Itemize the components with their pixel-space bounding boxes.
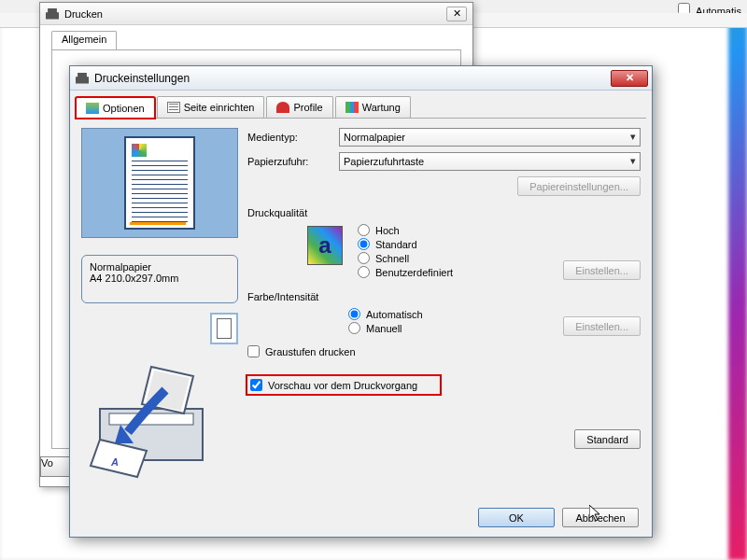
cancel-button[interactable]: Abbrechen (562, 508, 639, 527)
paper-settings-button: Papiereinstellungen... (517, 176, 641, 196)
page-preview (81, 128, 238, 238)
color-group-label: Farbe/Intensität (247, 291, 641, 302)
quality-settings-button: Einstellen... (563, 260, 641, 280)
paper-size-text: A4 210.0x297.0mm (90, 273, 230, 284)
paper-type-text: Normalpapier (90, 261, 230, 273)
paper-info-box: Normalpapier A4 210.0x297.0mm (81, 255, 238, 303)
dialog-title: Druckeinstellungen (94, 72, 190, 85)
svg-rect-1 (109, 413, 193, 425)
quality-group-label: Druckqualität (247, 207, 641, 218)
quality-custom-radio[interactable] (358, 266, 370, 278)
grayscale-label: Graustufen drucken (265, 346, 356, 357)
media-type-dropdown[interactable]: Normalpapier (339, 128, 641, 147)
quality-preview-icon: a (307, 226, 343, 265)
preview-checkbox[interactable] (250, 379, 262, 391)
grayscale-checkbox[interactable] (247, 345, 260, 357)
page-icon (167, 102, 180, 113)
media-type-label: Medientyp: (247, 132, 339, 143)
paper-source-label: Papierzufuhr: (247, 156, 339, 167)
color-manual-radio[interactable] (348, 322, 360, 334)
print-settings-dialog: Druckeinstellungen ✕ Optionen Seite einr… (69, 65, 653, 538)
close-button[interactable]: ✕ (611, 70, 648, 87)
svg-text:A: A (110, 456, 119, 468)
quality-fast-radio[interactable] (358, 252, 370, 264)
printer-illustration: A (81, 357, 238, 479)
tab-seite-einrichten[interactable]: Seite einrichten (157, 96, 265, 118)
tab-wartung[interactable]: Wartung (335, 96, 411, 118)
close-icon[interactable]: ✕ (446, 7, 467, 21)
color-settings-button: Einstellen... (563, 316, 641, 336)
back-dialog-title: Drucken (64, 8, 103, 20)
tab-profile[interactable]: Profile (266, 96, 332, 118)
options-icon (86, 103, 99, 114)
quality-high-radio[interactable] (358, 224, 370, 236)
color-auto-radio[interactable] (348, 308, 360, 320)
profile-icon (276, 102, 289, 113)
printer-icon (76, 73, 89, 84)
tab-allgemein[interactable]: Allgemein (51, 31, 117, 49)
orientation-portrait[interactable] (210, 313, 238, 344)
quality-standard-radio[interactable] (358, 238, 370, 250)
paper-source-dropdown[interactable]: Papierzufuhrtaste (339, 152, 641, 171)
printer-icon (46, 8, 59, 20)
standard-button[interactable]: Standard (574, 429, 641, 449)
maintenance-icon (345, 102, 359, 113)
ok-button[interactable]: OK (478, 508, 555, 527)
tab-optionen[interactable]: Optionen (76, 97, 155, 119)
preview-label: Vorschau vor dem Druckvorgang (268, 380, 417, 391)
